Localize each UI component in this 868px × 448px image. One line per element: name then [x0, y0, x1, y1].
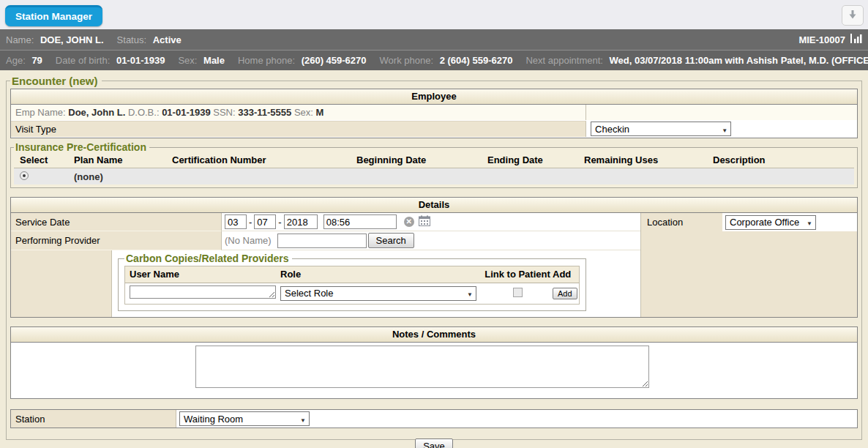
- insurance-precert-fieldset: Insurance Pre-Certification Select Plan …: [10, 141, 858, 188]
- visit-type-select[interactable]: Checkin: [591, 122, 731, 136]
- carbon-copies-header-row: User Name Role Link to Patient Add: [125, 266, 579, 283]
- chart-id: MIE-10007: [798, 34, 845, 45]
- performing-provider-row: Performing Provider (No Name) Search: [11, 231, 857, 250]
- dropdown-arrow-icon: [296, 414, 306, 425]
- carbon-copies-legend: Carbon Copies/Related Providers: [124, 253, 292, 264]
- provider-no-name: (No Name): [225, 235, 272, 246]
- details-header: Details: [11, 198, 857, 213]
- visit-type-label: Visit Type: [11, 121, 586, 137]
- age-value: 79: [31, 55, 42, 66]
- column-header-select: Select: [14, 154, 74, 165]
- carbon-copies-fieldset: Carbon Copies/Related Providers User Nam…: [118, 253, 586, 311]
- cc-add-button[interactable]: Add: [553, 288, 577, 299]
- employee-section: Employee Emp Name: Doe, John L. D.O.B.: …: [10, 89, 858, 138]
- cc-user-name-input[interactable]: [130, 285, 276, 299]
- column-header-user-name: User Name: [125, 269, 280, 280]
- service-date-day-input[interactable]: [254, 214, 276, 229]
- location-select[interactable]: Corporate Office: [725, 215, 816, 230]
- column-header-link-to-patient: Link to Patient: [482, 269, 553, 280]
- notes-header: Notes / Comments: [11, 327, 857, 343]
- column-header-add: Add: [553, 269, 579, 280]
- cc-role-select[interactable]: Select Role: [280, 286, 476, 301]
- patient-bar: Name: DOE, JOHN L. Status: Active MIE-10…: [0, 29, 868, 50]
- next-appointment-value: Wed, 03/07/2018 11:00am with Ashish Pate…: [610, 55, 868, 66]
- notes-section: Notes / Comments: [10, 326, 858, 399]
- download-icon: [848, 10, 858, 22]
- sex-label: Sex:: [178, 55, 197, 66]
- emp-ssn-value: 333-11-5555: [238, 107, 291, 118]
- service-date-label: Service Date: [11, 213, 222, 231]
- dropdown-arrow-icon: [717, 124, 727, 135]
- dropdown-arrow-icon: [463, 288, 473, 299]
- emp-dob-label: D.O.B.:: [128, 107, 160, 118]
- cc-link-to-patient-checkbox[interactable]: [513, 288, 523, 297]
- dob-label: Date of birth:: [56, 55, 110, 66]
- insurance-precert-legend: Insurance Pre-Certification: [14, 141, 149, 153]
- status-value: Active: [153, 34, 182, 45]
- visit-type-selected: Checkin: [595, 124, 629, 135]
- precert-none-radio[interactable]: [20, 171, 29, 180]
- service-time-input[interactable]: [323, 214, 397, 229]
- download-button[interactable]: [842, 5, 864, 26]
- clear-date-icon[interactable]: ✕: [404, 217, 414, 227]
- carbon-copies-row: Carbon Copies/Related Providers User Nam…: [11, 250, 857, 317]
- column-header-remaining-uses: Remaining Uses: [584, 154, 713, 165]
- work-phone-value: 2 (604) 559-6270: [440, 55, 513, 66]
- dropdown-arrow-icon: [802, 217, 812, 228]
- main-content: Encounter (new) Employee Emp Name: Doe, …: [0, 70, 868, 448]
- column-header-plan-name: Plan Name: [74, 154, 172, 165]
- station-select[interactable]: Waiting Room: [179, 411, 310, 426]
- insurance-header-row: Select Plan Name Certification Number Be…: [14, 153, 854, 168]
- performing-provider-label: Performing Provider: [11, 231, 222, 250]
- cc-role-selected: Select Role: [285, 288, 333, 299]
- date-separator: -: [278, 217, 281, 228]
- work-phone-label: Work phone:: [380, 55, 433, 66]
- home-phone-label: Home phone:: [238, 55, 295, 66]
- column-header-begin-date: Beginning Date: [356, 154, 487, 165]
- status-label: Status:: [117, 34, 146, 45]
- save-button[interactable]: Save: [415, 438, 453, 448]
- visit-type-row: Visit Type Checkin: [11, 120, 857, 138]
- provider-search-button[interactable]: Search: [368, 233, 414, 248]
- service-date-year-input[interactable]: [284, 214, 318, 229]
- top-toolbar: Station Manager: [0, 0, 868, 29]
- precert-plan-none: (none): [74, 171, 172, 182]
- emp-name-value: Doe, John L.: [68, 107, 125, 118]
- station-manager-tab[interactable]: Station Manager: [5, 5, 102, 26]
- date-separator: -: [249, 217, 252, 228]
- carbon-copies-input-row: Select Role Add: [125, 283, 579, 304]
- patient-name: DOE, JOHN L.: [40, 34, 104, 45]
- provider-search-input[interactable]: [277, 234, 367, 248]
- column-header-end-date: Ending Date: [487, 154, 584, 165]
- column-header-role: Role: [280, 269, 482, 280]
- next-appointment-label: Next appointment:: [525, 55, 603, 66]
- station-section: Station Waiting Room: [10, 409, 858, 428]
- emp-dob-value: 01-01-1939: [162, 107, 211, 118]
- age-label: Age:: [6, 55, 26, 66]
- service-date-month-input[interactable]: [225, 214, 247, 229]
- column-header-cert-number: Certification Number: [172, 154, 356, 165]
- encounter-fieldset: Encounter (new) Employee Emp Name: Doe, …: [6, 75, 862, 440]
- station-selected: Waiting Room: [184, 414, 243, 425]
- column-header-description: Description: [713, 154, 854, 165]
- employee-header: Employee: [11, 89, 857, 105]
- calendar-icon[interactable]: [419, 215, 430, 228]
- service-date-row: Service Date - - ✕ Location: [11, 213, 857, 231]
- location-label: Location: [640, 213, 722, 231]
- sex-value: Male: [203, 55, 225, 66]
- details-section: Details Service Date - - ✕: [10, 197, 858, 318]
- emp-name-label: Emp Name:: [15, 107, 66, 118]
- notes-textarea[interactable]: [195, 346, 649, 388]
- emp-sex-value: M: [316, 107, 324, 118]
- chart-stats-icon[interactable]: [850, 34, 862, 45]
- location-selected: Corporate Office: [730, 217, 799, 228]
- station-label: Station: [11, 410, 176, 428]
- insurance-row-none: (none): [14, 168, 854, 184]
- dob-value: 01-01-1939: [116, 55, 165, 66]
- patient-name-label: Name:: [6, 34, 34, 45]
- emp-sex-label: Sex:: [294, 107, 313, 118]
- demographics-bar: Age: 79 Date of birth: 01-01-1939 Sex: M…: [0, 50, 868, 70]
- home-phone-value: (260) 459-6270: [302, 55, 367, 66]
- encounter-legend: Encounter (new): [10, 75, 102, 87]
- employee-info-row: Emp Name: Doe, John L. D.O.B.: 01-01-193…: [11, 105, 857, 120]
